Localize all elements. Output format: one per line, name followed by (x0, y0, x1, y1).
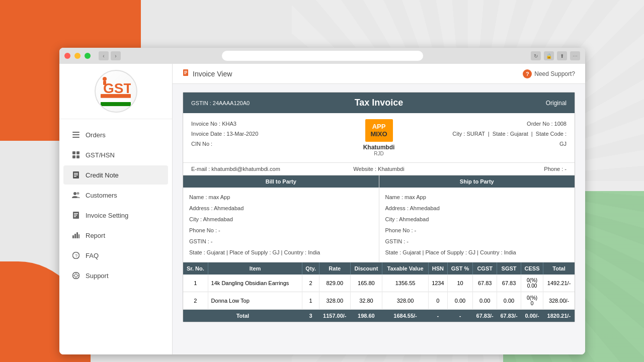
company-left: Invoice No : KHA3 Invoice Date : 13-Mar-… (191, 119, 313, 149)
sidebar-item-report[interactable]: Report (63, 226, 168, 245)
bill-city-row: City : Ahmedabad (189, 214, 373, 225)
phone-label: Phone : (544, 166, 563, 172)
faq-label: FAQ (86, 252, 99, 259)
sidebar-item-orders[interactable]: Orders (63, 125, 168, 144)
cin-label: CIN No : (191, 141, 212, 147)
svg-rect-21 (74, 215, 77, 216)
sidebar: GST (59, 64, 173, 354)
cell-taxable-2: 328.00 (382, 292, 429, 310)
company-logo-box: APP MIXO (365, 119, 393, 142)
state-value: Gujarat (510, 131, 528, 137)
total-cgst: 67.83/- (473, 310, 497, 322)
ship-address-label: Address : (385, 205, 409, 211)
back-button[interactable]: ‹ (99, 51, 109, 60)
bar-chart-icon (71, 231, 80, 240)
col-sgst: SGST (497, 262, 521, 275)
col-cgst: CGST (473, 262, 497, 275)
ship-phone-row: Phone No : - (385, 225, 569, 236)
gstin-value: 24AAAA120A0 (213, 100, 250, 106)
svg-rect-10 (76, 151, 79, 154)
bill-to-body: Name : max App Address : Ahmedabad City … (183, 188, 379, 262)
sidebar-logo: GST (59, 64, 172, 119)
reload-button[interactable]: ↻ (531, 51, 541, 60)
more-button[interactable]: ⋯ (570, 51, 580, 60)
svg-point-18 (77, 192, 79, 195)
cell-sr-2: 2 (183, 292, 208, 310)
cell-gst-1: 10 (447, 275, 472, 292)
col-cess: CESS (521, 262, 543, 275)
need-support-button[interactable]: ? Need Support? (523, 69, 575, 78)
invoice-date-label: Invoice Date : (191, 131, 225, 137)
city-state-row: City : SURAT | State : Gujarat | State C… (445, 129, 567, 149)
bill-phone-label: Phone No : (189, 227, 217, 233)
invoice-date-value: 13-Mar-2020 (226, 131, 258, 137)
ship-to-header: Ship to Party (379, 175, 575, 188)
ship-name-value: max App (405, 194, 426, 200)
col-item: Item (208, 262, 302, 275)
total-taxable: 1684.55/- (382, 310, 429, 322)
parties-section: Bill to Party Name : max App Address : A… (183, 175, 575, 262)
total-amount: 1820.21/- (543, 310, 575, 322)
bill-address-value: Ahmedabad (214, 205, 244, 211)
gst-hsn-label: GST/HSN (86, 151, 115, 159)
svg-rect-9 (72, 151, 75, 154)
svg-rect-26 (78, 234, 79, 238)
sidebar-item-gst-hsn[interactable]: GST/HSN (63, 145, 168, 164)
invoice-title: Tax Invoice (285, 98, 473, 108)
close-button[interactable] (64, 53, 70, 59)
company-name: Khatumbdi (363, 144, 395, 151)
col-gst: GST % (447, 262, 472, 275)
cell-cess-2: 0(%)0 (521, 292, 543, 310)
cell-item-1: 14k Dangling Obsidian Earrings (208, 275, 302, 292)
svg-rect-24 (74, 234, 76, 238)
sidebar-item-credit-note[interactable]: Credit Note (63, 165, 168, 185)
file-settings-icon (71, 211, 80, 220)
ship-name-label: Name : (385, 194, 403, 200)
col-qty: Qty. (302, 262, 319, 275)
sidebar-item-invoice-setting[interactable]: Invoice Setting (63, 206, 168, 225)
svg-text:GST: GST (103, 80, 131, 96)
contact-row: E-mail : khatumbdi@khatumbdi.com Website… (183, 163, 575, 175)
items-table: Sr. No. Item Qty. Rate Discount Taxable … (183, 262, 575, 322)
cell-item-2: Donna Low Top (208, 292, 302, 310)
forward-button[interactable]: › (111, 51, 121, 60)
col-discount: Discount (350, 262, 382, 275)
svg-point-4 (103, 77, 107, 81)
logo-mixo-text: MIXO (370, 131, 387, 138)
bill-city-label: City : (189, 216, 202, 222)
bill-to-header: Bill to Party (183, 175, 379, 188)
bill-name-label: Name : (189, 194, 207, 200)
browser-titlebar: ‹ › ↻ 🔒 ⬆ ⋯ (59, 48, 585, 64)
email-label: E-mail : (191, 166, 210, 172)
header-title-text: Invoice View (193, 70, 232, 78)
sidebar-item-faq[interactable]: ? FAQ (63, 246, 168, 265)
cell-taxable-1: 1356.55 (382, 275, 429, 292)
gst-logo-svg: GST (101, 74, 131, 107)
total-qty: 3 (302, 310, 319, 322)
ship-city-row: City : Ahmedabad (385, 214, 569, 225)
ship-name-row: Name : max App (385, 192, 569, 203)
minimize-button[interactable] (74, 53, 80, 59)
svg-rect-22 (74, 216, 76, 217)
bill-gstin-value: - (211, 238, 213, 244)
ship-gstin-row: GSTIN : - (385, 236, 569, 247)
sidebar-item-customers[interactable]: Customers (63, 186, 168, 205)
credit-note-label: Credit Note (86, 171, 119, 179)
list-icon (71, 130, 80, 139)
bill-address-row: Address : Ahmedabad (189, 203, 373, 214)
browser-actions: ↻ 🔒 ⬆ ⋯ (531, 51, 580, 60)
share-button[interactable]: ⬆ (557, 51, 567, 60)
cell-sr-1: 1 (183, 275, 208, 292)
table-totals-row: Total 3 1157.00/- 198.60 1684.55/- - - 6… (183, 310, 575, 322)
svg-rect-15 (74, 174, 78, 175)
state-code-value: GJ (559, 141, 567, 147)
svg-rect-5 (103, 81, 106, 85)
invoice-no-value: KHA3 (222, 121, 236, 127)
state-code-label: State Code : (536, 131, 567, 137)
order-no-row: Order No : 1008 (445, 119, 567, 129)
cell-hsn-2: 0 (428, 292, 447, 310)
maximize-button[interactable] (85, 53, 91, 59)
ship-gstin-value: - (407, 238, 409, 244)
sidebar-item-support[interactable]: Support (63, 266, 168, 285)
url-bar[interactable] (222, 51, 423, 61)
